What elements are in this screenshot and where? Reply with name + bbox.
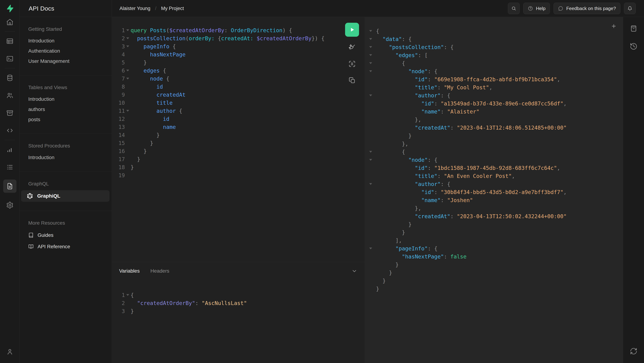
- sidebar-section-title: More Resources: [28, 220, 107, 226]
- notifications-button[interactable]: [624, 3, 636, 14]
- code-text: {: [376, 148, 405, 156]
- query-code-line[interactable]: 11 author {: [112, 107, 365, 115]
- variables-code-line[interactable]: 1{: [112, 291, 365, 299]
- query-code-line[interactable]: 7 node {: [112, 75, 365, 83]
- code-text: }: [130, 307, 134, 315]
- supabase-bolt-icon: [6, 4, 14, 13]
- sidebar-item-graphiql[interactable]: GraphiQL: [21, 190, 110, 202]
- rail-item-terminal[interactable]: [3, 54, 16, 64]
- rail-item-code[interactable]: [3, 125, 16, 136]
- supabase-logo-icon[interactable]: [0, 0, 20, 17]
- merge-fragments-button[interactable]: [345, 60, 359, 68]
- rail-group: [0, 17, 20, 27]
- query-code-line[interactable]: 15 }: [112, 139, 365, 147]
- fold-toggle-icon[interactable]: [125, 43, 130, 51]
- help-circle-icon: [528, 6, 533, 11]
- fold-toggle-icon[interactable]: [365, 27, 376, 35]
- sidebar-item-posts[interactable]: posts: [28, 114, 107, 125]
- docs-explorer-button[interactable]: [628, 24, 639, 33]
- query-code-line[interactable]: 1query Posts($createdAtOrderBy: OrderByD…: [112, 26, 365, 34]
- fold-toggle-icon[interactable]: [365, 148, 376, 156]
- add-tab-icon[interactable]: [611, 23, 617, 29]
- execute-query-button[interactable]: [345, 23, 359, 37]
- sidebar-item-api-reference[interactable]: API Reference: [28, 241, 107, 252]
- breadcrumb-project[interactable]: My Project: [161, 6, 184, 11]
- fold-toggle-icon[interactable]: [125, 26, 130, 34]
- history-button[interactable]: [628, 42, 639, 51]
- response-code-line: {: [365, 59, 623, 67]
- fold-toggle-icon[interactable]: [365, 156, 376, 164]
- variables-code-line[interactable]: 2 "createdAtOrderBy": "AscNullsLast": [112, 299, 365, 307]
- prettify-query-button[interactable]: [345, 43, 359, 52]
- chevron-down-icon[interactable]: [351, 268, 358, 274]
- code-text: "node": {: [376, 156, 438, 164]
- code-text: "id": "669e1908-ffca-4d2b-abfd-bf9b71bca…: [376, 75, 560, 83]
- query-code-line[interactable]: 2 postsCollection(orderBy: {createdAt: $…: [112, 34, 365, 43]
- sidebar-item-introduction[interactable]: Introduction: [28, 152, 107, 163]
- query-code-line[interactable]: 14 }: [112, 131, 365, 139]
- fold-toggle-icon[interactable]: [365, 180, 376, 188]
- re-fetch-schema-button[interactable]: [628, 346, 639, 356]
- response-code-line: "name": "Alaister": [365, 108, 623, 116]
- code-text: }: [376, 132, 412, 140]
- search-button[interactable]: [508, 3, 520, 14]
- query-code-line[interactable]: 9 createdAt: [112, 91, 365, 99]
- query-code-line[interactable]: 4 hasNextPage: [112, 51, 365, 59]
- rail-item-table[interactable]: [3, 36, 16, 46]
- fold-gutter: [125, 171, 130, 179]
- query-code-line[interactable]: 18}: [112, 163, 365, 171]
- fold-gutter: [125, 99, 130, 107]
- fold-toggle-icon[interactable]: [125, 291, 130, 299]
- fold-toggle-icon[interactable]: [365, 67, 376, 75]
- fold-gutter: [365, 172, 376, 180]
- query-code[interactable]: 1query Posts($createdAtOrderBy: OrderByD…: [112, 17, 365, 179]
- query-pane[interactable]: 1query Posts($createdAtOrderBy: OrderByD…: [112, 17, 365, 262]
- query-code-line[interactable]: 17 }: [112, 155, 365, 163]
- variables-code[interactable]: 1{2 "createdAtOrderBy": "AscNullsLast"3}: [112, 280, 365, 315]
- rail-item-reports[interactable]: [3, 144, 16, 155]
- rail-item-home[interactable]: [3, 17, 16, 27]
- fold-toggle-icon[interactable]: [365, 43, 376, 51]
- rail-item-user[interactable]: [3, 346, 16, 357]
- query-code-line[interactable]: 10 title: [112, 99, 365, 107]
- query-code-line[interactable]: 8 id: [112, 83, 365, 91]
- query-code-line[interactable]: 13 name: [112, 123, 365, 131]
- sidebar-item-authentication[interactable]: Authentication: [28, 46, 107, 56]
- fold-toggle-icon[interactable]: [125, 34, 130, 43]
- feedback-button[interactable]: Feedback on this page?: [554, 3, 620, 14]
- query-code-line[interactable]: 16 }: [112, 147, 365, 155]
- sidebar-item-introduction[interactable]: Introduction: [28, 36, 107, 46]
- tab-headers[interactable]: Headers: [150, 268, 170, 274]
- breadcrumb-owner[interactable]: Alaister Young: [120, 6, 150, 11]
- tab-variables[interactable]: Variables: [119, 268, 140, 274]
- sidebar-item-guides[interactable]: Guides: [28, 229, 107, 241]
- help-button[interactable]: Help: [523, 3, 550, 14]
- rail-item-settings[interactable]: [3, 200, 16, 210]
- fold-toggle-icon[interactable]: [365, 59, 376, 67]
- query-code-line[interactable]: 6 edges {: [112, 67, 365, 75]
- query-code-line[interactable]: 19: [112, 171, 365, 179]
- fold-toggle-icon[interactable]: [125, 75, 130, 83]
- code-text: }: [376, 220, 412, 228]
- rail-item-database[interactable]: [3, 73, 16, 83]
- fold-toggle-icon[interactable]: [125, 107, 130, 115]
- sidebar-item-user-management[interactable]: User Management: [28, 56, 107, 66]
- sidebar-item-label: GraphiQL: [37, 193, 60, 199]
- fold-toggle-icon[interactable]: [365, 244, 376, 253]
- query-code-line[interactable]: 3 pageInfo {: [112, 43, 365, 51]
- sidebar-item-authors[interactable]: authors: [28, 104, 107, 114]
- fold-toggle-icon[interactable]: [365, 51, 376, 59]
- query-code-line[interactable]: 5 }: [112, 59, 365, 67]
- fold-toggle-icon[interactable]: [365, 35, 376, 43]
- fold-toggle-icon[interactable]: [365, 92, 376, 100]
- code-text: },: [376, 204, 421, 212]
- rail-item-logs[interactable]: [3, 162, 16, 172]
- fold-toggle-icon[interactable]: [125, 67, 130, 75]
- rail-item-storage[interactable]: [3, 108, 16, 118]
- sidebar-item-introduction[interactable]: Introduction: [28, 94, 107, 104]
- query-code-line[interactable]: 12 id: [112, 115, 365, 123]
- copy-query-button[interactable]: [345, 76, 359, 85]
- rail-item-docs[interactable]: [3, 180, 16, 193]
- rail-item-users[interactable]: [3, 90, 16, 101]
- variables-code-line[interactable]: 3}: [112, 307, 365, 315]
